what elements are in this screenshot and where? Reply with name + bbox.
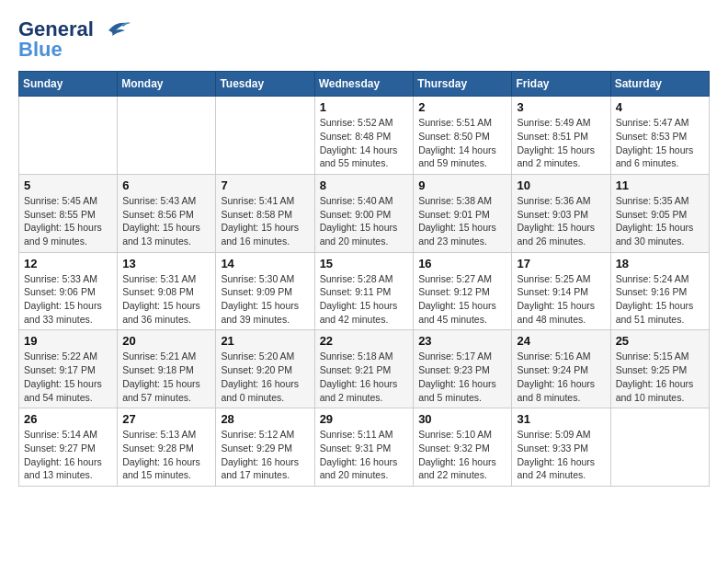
day-number: 31 [517,412,605,426]
calendar-cell: 22Sunrise: 5:18 AM Sunset: 9:21 PM Dayli… [314,330,414,408]
calendar-week-row: 5Sunrise: 5:45 AM Sunset: 8:55 PM Daylig… [19,174,710,252]
day-info: Sunrise: 5:40 AM Sunset: 9:00 PM Dayligh… [320,194,409,248]
calendar-cell: 28Sunrise: 5:12 AM Sunset: 9:29 PM Dayli… [216,408,314,487]
column-header-friday: Friday [512,72,610,97]
day-info: Sunrise: 5:41 AM Sunset: 8:58 PM Dayligh… [221,194,309,248]
day-number: 21 [221,334,309,348]
calendar-cell [19,97,118,175]
day-number: 13 [122,257,210,270]
day-info: Sunrise: 5:47 AM Sunset: 8:53 PM Dayligh… [616,116,704,170]
day-info: Sunrise: 5:33 AM Sunset: 9:06 PM Dayligh… [24,272,112,327]
day-info: Sunrise: 5:31 AM Sunset: 9:08 PM Dayligh… [122,272,210,327]
day-number: 5 [24,178,112,192]
calendar-week-row: 1Sunrise: 5:52 AM Sunset: 8:48 PM Daylig… [19,97,710,175]
day-number: 9 [418,178,506,192]
day-info: Sunrise: 5:18 AM Sunset: 9:21 PM Dayligh… [320,350,409,404]
day-info: Sunrise: 5:17 AM Sunset: 9:23 PM Dayligh… [418,350,506,404]
calendar-cell: 3Sunrise: 5:49 AM Sunset: 8:51 PM Daylig… [512,97,610,175]
day-info: Sunrise: 5:10 AM Sunset: 9:32 PM Dayligh… [418,428,506,482]
day-info: Sunrise: 5:35 AM Sunset: 9:05 PM Dayligh… [616,194,704,248]
calendar-cell: 18Sunrise: 5:24 AM Sunset: 9:16 PM Dayli… [610,252,709,330]
day-info: Sunrise: 5:52 AM Sunset: 8:48 PM Dayligh… [320,116,409,170]
day-number: 20 [122,334,210,348]
day-number: 22 [320,334,409,348]
calendar-cell: 27Sunrise: 5:13 AM Sunset: 9:28 PM Dayli… [118,408,216,487]
day-info: Sunrise: 5:14 AM Sunset: 9:27 PM Dayligh… [24,428,112,482]
day-info: Sunrise: 5:30 AM Sunset: 9:09 PM Dayligh… [221,272,309,327]
calendar-cell: 9Sunrise: 5:38 AM Sunset: 9:01 PM Daylig… [414,174,512,252]
day-number: 12 [24,257,112,270]
day-number: 6 [122,178,210,192]
day-info: Sunrise: 5:25 AM Sunset: 9:14 PM Dayligh… [517,272,605,327]
day-info: Sunrise: 5:28 AM Sunset: 9:11 PM Dayligh… [320,272,409,327]
logo: General Blue [18,18,131,62]
page-header: General Blue [18,18,710,62]
calendar-cell: 7Sunrise: 5:41 AM Sunset: 8:58 PM Daylig… [216,174,314,252]
calendar-cell: 1Sunrise: 5:52 AM Sunset: 8:48 PM Daylig… [314,97,414,175]
day-number: 19 [24,334,112,348]
calendar-week-row: 12Sunrise: 5:33 AM Sunset: 9:06 PM Dayli… [19,252,710,330]
calendar-cell: 4Sunrise: 5:47 AM Sunset: 8:53 PM Daylig… [610,97,709,175]
calendar-cell: 8Sunrise: 5:40 AM Sunset: 9:00 PM Daylig… [314,174,414,252]
day-number: 28 [221,412,309,426]
calendar-cell: 26Sunrise: 5:14 AM Sunset: 9:27 PM Dayli… [19,408,118,487]
calendar-cell: 2Sunrise: 5:51 AM Sunset: 8:50 PM Daylig… [414,97,512,175]
day-number: 10 [517,178,605,192]
calendar-cell: 17Sunrise: 5:25 AM Sunset: 9:14 PM Dayli… [512,252,610,330]
day-number: 23 [418,334,506,348]
column-header-thursday: Thursday [414,72,512,97]
day-number: 16 [418,257,506,270]
calendar-cell: 16Sunrise: 5:27 AM Sunset: 9:12 PM Dayli… [414,252,512,330]
day-info: Sunrise: 5:21 AM Sunset: 9:18 PM Dayligh… [122,350,210,404]
day-number: 17 [517,257,605,270]
calendar-cell [216,97,314,175]
day-number: 1 [320,100,409,114]
day-info: Sunrise: 5:11 AM Sunset: 9:31 PM Dayligh… [320,428,409,482]
day-number: 24 [517,334,605,348]
day-number: 15 [320,257,409,270]
calendar-cell: 19Sunrise: 5:22 AM Sunset: 9:17 PM Dayli… [19,330,118,408]
day-number: 2 [418,100,506,114]
day-info: Sunrise: 5:12 AM Sunset: 9:29 PM Dayligh… [221,428,309,482]
calendar-cell: 31Sunrise: 5:09 AM Sunset: 9:33 PM Dayli… [512,408,610,487]
day-number: 4 [616,100,704,114]
day-number: 29 [320,412,409,426]
day-info: Sunrise: 5:22 AM Sunset: 9:17 PM Dayligh… [24,350,112,404]
day-number: 30 [418,412,506,426]
calendar-cell: 23Sunrise: 5:17 AM Sunset: 9:23 PM Dayli… [414,330,512,408]
calendar-cell [118,97,216,175]
calendar-cell: 13Sunrise: 5:31 AM Sunset: 9:08 PM Dayli… [118,252,216,330]
day-info: Sunrise: 5:16 AM Sunset: 9:24 PM Dayligh… [517,350,605,404]
day-info: Sunrise: 5:27 AM Sunset: 9:12 PM Dayligh… [418,272,506,327]
day-number: 11 [616,178,704,192]
calendar-table: SundayMondayTuesdayWednesdayThursdayFrid… [18,71,710,487]
calendar-cell: 6Sunrise: 5:43 AM Sunset: 8:56 PM Daylig… [118,174,216,252]
day-info: Sunrise: 5:24 AM Sunset: 9:16 PM Dayligh… [616,272,704,327]
calendar-cell: 20Sunrise: 5:21 AM Sunset: 9:18 PM Dayli… [118,330,216,408]
calendar-cell: 24Sunrise: 5:16 AM Sunset: 9:24 PM Dayli… [512,330,610,408]
column-header-sunday: Sunday [19,72,118,97]
day-number: 26 [24,412,112,426]
day-info: Sunrise: 5:13 AM Sunset: 9:28 PM Dayligh… [122,428,210,482]
calendar-cell [610,408,709,487]
day-info: Sunrise: 5:36 AM Sunset: 9:03 PM Dayligh… [517,194,605,248]
calendar-cell: 12Sunrise: 5:33 AM Sunset: 9:06 PM Dayli… [19,252,118,330]
day-info: Sunrise: 5:15 AM Sunset: 9:25 PM Dayligh… [616,350,704,404]
calendar-cell: 11Sunrise: 5:35 AM Sunset: 9:05 PM Dayli… [610,174,709,252]
column-header-monday: Monday [118,72,216,97]
calendar-cell: 5Sunrise: 5:45 AM Sunset: 8:55 PM Daylig… [19,174,118,252]
day-info: Sunrise: 5:49 AM Sunset: 8:51 PM Dayligh… [517,116,605,170]
calendar-cell: 29Sunrise: 5:11 AM Sunset: 9:31 PM Dayli… [314,408,414,487]
day-number: 25 [616,334,704,348]
day-info: Sunrise: 5:20 AM Sunset: 9:20 PM Dayligh… [221,350,309,404]
day-info: Sunrise: 5:43 AM Sunset: 8:56 PM Dayligh… [122,194,210,248]
day-info: Sunrise: 5:09 AM Sunset: 9:33 PM Dayligh… [517,428,605,482]
day-number: 14 [221,257,309,270]
day-number: 27 [122,412,210,426]
calendar-cell: 10Sunrise: 5:36 AM Sunset: 9:03 PM Dayli… [512,174,610,252]
column-header-wednesday: Wednesday [314,72,414,97]
calendar-cell: 14Sunrise: 5:30 AM Sunset: 9:09 PM Dayli… [216,252,314,330]
calendar-cell: 21Sunrise: 5:20 AM Sunset: 9:20 PM Dayli… [216,330,314,408]
calendar-week-row: 26Sunrise: 5:14 AM Sunset: 9:27 PM Dayli… [19,408,710,487]
day-number: 18 [616,257,704,270]
